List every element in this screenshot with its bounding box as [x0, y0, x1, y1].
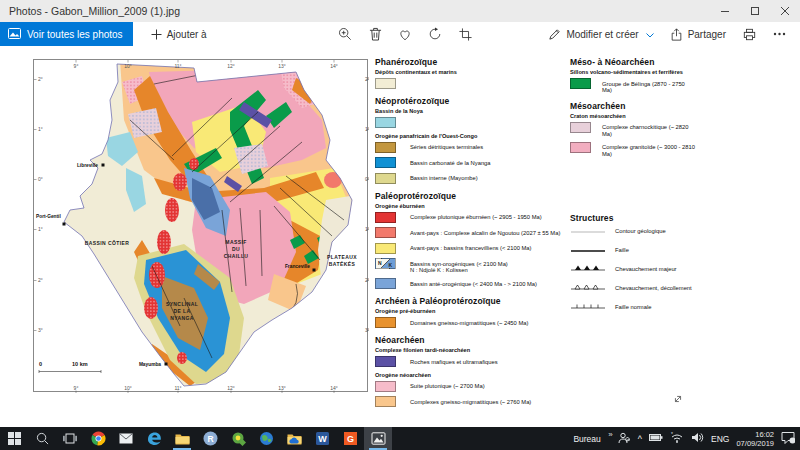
crop-button[interactable] [450, 22, 480, 46]
structure-label: Chevauchement majeur [615, 266, 677, 272]
legend-swatch [375, 317, 396, 328]
city-label: Libreville [77, 163, 98, 168]
legend-label: Séries détritiques terminales [410, 142, 483, 151]
legend-swatch [570, 78, 591, 89]
plus-icon [151, 29, 162, 40]
legend-label: Bassins syn-orogéniques (< 2100 Ma)N : N… [410, 258, 508, 274]
start-button[interactable] [0, 427, 28, 450]
edit-create-button[interactable]: Modifier et créer [540, 28, 661, 41]
chrome-icon[interactable] [84, 427, 112, 450]
legend-heading: Archéen à Paléoprotérozoïque [375, 296, 565, 306]
task-view-icon[interactable] [56, 427, 84, 450]
legend-column-1: PhanérozoïqueDépôts continentaux et mari… [375, 57, 565, 412]
taskbar-search-icon[interactable] [28, 427, 56, 450]
axis-label-left: 3° [38, 327, 43, 333]
svg-text:*: * [671, 432, 673, 437]
legend-item: Bassin anté-orogénique (< 2400 Ma - > 21… [375, 278, 565, 289]
favorite-button[interactable] [390, 22, 420, 46]
legend-spacer [570, 162, 695, 206]
delete-button[interactable] [360, 22, 390, 46]
share-button[interactable]: Partager [662, 28, 734, 41]
region-label: MASSIF [225, 239, 246, 245]
axis-label-left: 0° [38, 176, 43, 182]
qgis-icon[interactable] [224, 427, 252, 450]
wifi-icon[interactable]: * [670, 432, 684, 445]
maximize-button[interactable] [740, 0, 770, 22]
arcgis-globe-icon[interactable] [252, 427, 280, 450]
rotate-button[interactable] [420, 22, 450, 46]
legend-swatch: NK [375, 258, 396, 269]
legend-label: Suite plutonique (~ 2700 Ma) [410, 381, 485, 390]
tray-date: 07/09/2019 [736, 439, 774, 448]
axis-label-top: 12° [227, 63, 235, 69]
mail-icon[interactable] [112, 427, 140, 450]
photos-app-window: Photos - Gabon_Million_2009 (1).jpg Voir… [0, 0, 800, 450]
axis-label-top: 10° [124, 63, 132, 69]
photos-app-icon[interactable] [364, 427, 392, 450]
legend-subheading: Sillons volcano-sédimentaires et ferrifè… [570, 69, 695, 75]
see-all-photos-button[interactable]: Voir toutes les photos [0, 22, 133, 46]
axis-label-top: 9° [74, 63, 79, 69]
clock[interactable]: 16:02 07/09/2019 [736, 430, 774, 448]
close-button[interactable] [770, 0, 800, 22]
notification-center-icon[interactable] [781, 431, 795, 446]
region-label: NYANGA [170, 315, 194, 321]
structure-label: Chevauchement, décollement [615, 285, 692, 291]
legend-label: Avant-pays : Complexe alcalin de Ngoutou… [410, 227, 560, 236]
rstudio-icon[interactable]: R [196, 427, 224, 450]
axis-label-right: 1° [365, 126, 369, 132]
legend-label: Complexe plutonique éburnéen (~ 2905 - 1… [410, 212, 542, 221]
region-label: PLATEAUX [327, 254, 357, 260]
minimize-button[interactable] [710, 0, 740, 22]
axis-label-bottom: 12° [227, 385, 235, 391]
legend-subheading: Orogène panafricain de l'Ouest-Congo [375, 133, 565, 139]
legend-item: Complexe charnockitique (~ 2820 Ma) [570, 122, 695, 138]
region-label: DU [232, 246, 240, 252]
legend-item: Bassin interne (Mayombe) [375, 173, 565, 184]
legend-heading: Structures [570, 213, 695, 223]
legend-subheading: Dépôts continentaux et marins [375, 69, 565, 75]
hidden-icons-chevron[interactable]: ^ [638, 434, 642, 444]
region-label: SYNCLINAL [166, 301, 198, 307]
axis-label-top: 13° [278, 63, 286, 69]
legend-item: Bassin carbonaté de la Nyanga [375, 157, 565, 168]
legend-swatch [375, 117, 396, 128]
legend-item: Complexe plutonique éburnéen (~ 2905 - 1… [375, 212, 565, 223]
legend-label: Complexes gneisso-migmatitiques (~ 2760 … [410, 396, 531, 405]
people-icon[interactable] [618, 432, 631, 446]
legend-label: Bassin carbonaté de la Nyanga [410, 157, 491, 166]
axis-label-left: 2° [38, 277, 43, 283]
legend-column-2: Méso- à NéoarchéenSillons volcano-sédime… [570, 57, 695, 320]
axis-label-bottom: 10° [124, 385, 132, 391]
legend-heading: Mésoarchéen [570, 101, 695, 111]
zoom-button[interactable] [330, 22, 360, 46]
legend-heading: Néoarchéen [375, 335, 565, 345]
legend-swatch [375, 227, 396, 238]
system-tray: Bureau » ^ * ENG 16:02 07/09/2019 [573, 427, 800, 450]
more-button[interactable] [764, 32, 794, 36]
print-button[interactable] [734, 28, 764, 41]
add-to-button[interactable]: Ajouter à [143, 22, 215, 46]
legend-swatch [570, 122, 591, 133]
volume-icon[interactable] [691, 432, 704, 445]
desktop-toolbar[interactable]: Bureau » [573, 434, 610, 444]
legend-swatch [570, 142, 591, 153]
region-label: BASSIN CÔTIER [85, 239, 129, 246]
legend-swatch [375, 356, 396, 367]
edge-icon[interactable] [140, 427, 168, 450]
legend-item: Avant-pays : Complexe alcalin de Ngoutou… [375, 227, 565, 238]
word-icon[interactable]: W [308, 427, 336, 450]
fullscreen-icon[interactable] [672, 391, 684, 409]
region-label: DE LA [174, 308, 191, 314]
legend-item: Roches mafiques et ultramafiques [375, 356, 565, 367]
file-explorer-icon[interactable] [168, 427, 196, 450]
axis-label-bottom: 13° [278, 385, 286, 391]
legend-subheading: Orogène néoarchéen [375, 372, 565, 378]
legend-label: Complexe charnockitique (~ 2820 Ma) [602, 122, 695, 138]
svg-text:10 km: 10 km [72, 361, 88, 367]
legend-label: Bassin anté-orogénique (< 2400 Ma - > 21… [410, 278, 537, 287]
language-indicator[interactable]: ENG [711, 434, 729, 444]
onedrive-folder-icon[interactable] [280, 427, 308, 450]
orange-g-app-icon[interactable]: G [336, 427, 364, 450]
battery-icon[interactable] [649, 433, 663, 444]
